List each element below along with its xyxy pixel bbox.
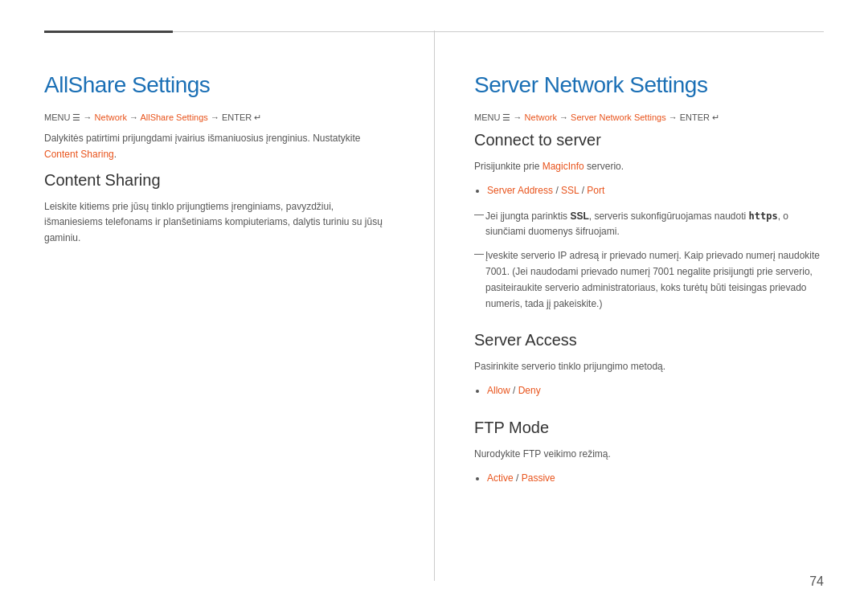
note1-code: https [749,210,778,222]
magicinfo-link: MagicInfo [542,161,584,172]
right-arrow3: → [669,112,678,122]
right-enter-label: ENTER [680,112,712,122]
left-content-sharing-link: Content Sharing [44,149,114,160]
connect-note1: Jei įjungta parinktis SSL, serveris suko… [474,209,824,241]
left-column: AllShare Settings MENU ☰ → Network → All… [44,48,434,506]
left-menu-symbol: ☰ [72,112,80,122]
ftp-bullet-list: Active / Passive [487,471,824,487]
right-arrow1: → [514,112,522,122]
ftp-mode-intro: Nurodykite FTP veikimo režimą. [474,447,824,463]
note1-after: , serveris sukonfigūruojamas naudoti [589,210,749,222]
ftp-mode-title: FTP Mode [474,419,824,437]
connect-intro-after: serverio. [584,161,624,172]
right-menu-path: MENU ☰ → Network → Server Network Settin… [474,112,824,123]
left-intro-text: Dalykitės patirtimi prijungdami įvairius… [44,131,394,163]
note1-bold: SSL [570,210,588,222]
left-enter-symbol: ↵ [254,112,261,122]
left-section-title: AllShare Settings [44,72,394,98]
server-access-section: Server Access Pasirinkite serverio tinkl… [474,331,824,399]
connect-intro-before: Prisijunkite prie [474,161,542,172]
divider-dark [44,31,173,33]
ftp-sep: / [514,472,522,484]
allow-link: Allow [487,385,510,396]
right-network-link: Network [525,112,557,122]
connect-section: Connect to server Prisijunkite prie Magi… [474,131,824,312]
server-access-title: Server Access [474,331,824,349]
connect-title: Connect to server [474,131,824,149]
access-sep: / [510,385,518,396]
connect-note2: Įveskite serverio IP adresą ir prievado … [474,248,824,312]
left-allshare-link: AllShare Settings [140,112,207,122]
page-number: 74 [809,574,824,589]
left-intro-before: Dalykitės patirtimi prijungdami įvairius… [44,133,360,144]
connect-note1-text: Jei įjungta parinktis SSL, serveris suko… [485,209,824,241]
left-enter-label: ENTER [222,112,254,122]
connect-intro: Prisijunkite prie MagicInfo serverio. [474,159,824,175]
port-link: Port [587,185,604,196]
passive-link: Passive [522,472,555,484]
deny-link: Deny [518,385,541,396]
ftp-mode-section: FTP Mode Nurodykite FTP veikimo režimą. … [474,419,824,487]
server-access-intro: Pasirinkite serverio tinklo prijungimo m… [474,359,824,375]
right-enter-symbol: ↵ [712,112,719,122]
connect-bullet-list: Server Address / SSL / Port [487,183,824,199]
left-arrow2: → [129,112,138,122]
note1-before: Jei įjungta parinktis [485,210,570,222]
left-intro-after: . [114,149,117,160]
content-sharing-title: Content Sharing [44,171,394,190]
active-link: Active [487,472,514,484]
right-arrow2: → [559,112,568,122]
connect-sep1: / [553,185,561,196]
connect-note2-text: Įveskite serverio IP adresą ir prievado … [485,248,824,312]
left-arrow1: → [84,112,92,122]
right-menu-prefix: MENU [474,112,502,122]
ftp-bullet-item: Active / Passive [487,471,824,487]
page-container: AllShare Settings MENU ☰ → Network → All… [0,0,868,613]
right-section-title: Server Network Settings [474,72,824,98]
vertical-divider [434,31,435,581]
content-sharing-body: Leiskite kitiems prie jūsų tinklo prijun… [44,199,394,247]
ssl-link: SSL [561,185,579,196]
server-address-link: Server Address [487,185,553,196]
left-menu-path: MENU ☰ → Network → AllShare Settings → E… [44,112,394,123]
right-server-link: Server Network Settings [571,112,666,122]
access-bullet-list: Allow / Deny [487,383,824,399]
access-bullet-item: Allow / Deny [487,383,824,399]
divider-light [173,31,824,32]
left-arrow3: → [211,112,219,122]
right-menu-symbol: ☰ [502,112,510,122]
connect-bullet-item: Server Address / SSL / Port [487,183,824,199]
left-menu-prefix: MENU [44,112,72,122]
connect-sep2: / [579,185,587,196]
left-network-link: Network [95,112,127,122]
right-column: Server Network Settings MENU ☰ → Network… [434,48,824,506]
